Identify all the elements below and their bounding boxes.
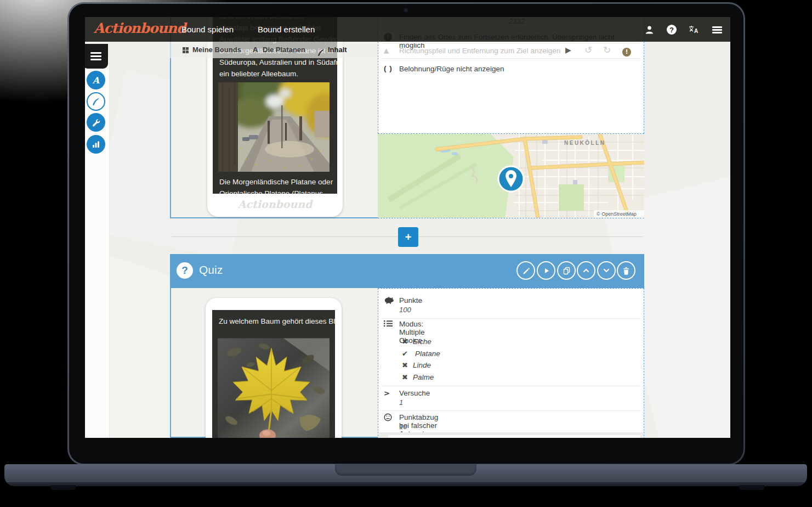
answer-input[interactable]: [388, 435, 640, 438]
phone-caption-line: Orientalische Platane (Platanus: [219, 188, 323, 194]
cross-icon: ✖: [402, 337, 408, 346]
user-icon[interactable]: [643, 23, 656, 36]
sidebar-content-button[interactable]: [87, 92, 105, 111]
warning-icon[interactable]: !: [622, 46, 631, 57]
bound-a-icon: A: [253, 42, 258, 58]
breadcrumb: Meine Bounds › A Die Platanen › Inhalt: [85, 42, 378, 58]
svg-text:A: A: [694, 28, 698, 34]
phone-text-line: Südeuropa, Australien und in Südafrika: [219, 57, 337, 68]
chevron-separator-icon: ›: [242, 42, 245, 58]
setting-label-disabled: Richtungspfeil und Entfernung zum Ziel a…: [399, 47, 560, 55]
duplicate-button[interactable]: [557, 261, 576, 280]
chevron-right-icon: >: [384, 389, 390, 397]
sidebar-toggle-button[interactable]: [85, 44, 108, 69]
quiz-option-row: ✖ Eiche: [402, 337, 408, 346]
laptop-base-notch: [335, 464, 476, 476]
redo-icon[interactable]: ↻: [603, 44, 611, 55]
breadcrumb-my-bounds[interactable]: Meine Bounds: [192, 42, 241, 58]
translate-icon[interactable]: A: [688, 23, 701, 36]
option-label: Palme: [413, 373, 434, 381]
phone-text-line: ein beliebter Alleebaum.: [219, 68, 298, 80]
quiz-section-title: Quiz: [199, 263, 223, 277]
points-value: 100: [399, 306, 411, 314]
setting-row-attempts: > Versuche 1: [384, 389, 390, 397]
attempts-label: Versuche: [399, 389, 430, 397]
menu-icon[interactable]: [711, 23, 724, 36]
phone-caption-line: Die Morgenländische Platane oder: [219, 176, 333, 188]
nav-bound-spielen[interactable]: Bound spielen: [174, 17, 241, 42]
quiz-option-row: ✔ Platane: [402, 350, 408, 358]
actionbound-logo[interactable]: Actionbound: [94, 20, 186, 36]
webcam-dot: [405, 9, 407, 12]
setting-row-points: Punkte 100: [384, 296, 394, 306]
cross-icon: ✖: [402, 361, 408, 369]
option-label: Platane: [415, 350, 440, 358]
setting-label: Belohnung/Rüge nicht anzeigen: [399, 65, 504, 73]
help-icon[interactable]: ?: [665, 23, 678, 36]
quiz-question-icon: ?: [177, 262, 193, 279]
map-green-patch: [559, 184, 584, 211]
phone-brand-embossed: Actionbound: [207, 198, 343, 210]
play-icon[interactable]: ▶: [565, 46, 571, 54]
row-divider: [382, 58, 640, 59]
setting-row-mode: Modus: Multiple Choice: [384, 320, 393, 329]
points-piggy-icon: [384, 297, 394, 306]
undo-icon[interactable]: ↺: [584, 44, 592, 55]
cross-icon: ✖: [402, 373, 408, 381]
sidebar-bound-button[interactable]: A: [87, 71, 105, 89]
option-label: Linde: [413, 361, 431, 369]
penalty-value: 10: [399, 422, 407, 431]
parentheses-icon: ( ): [384, 64, 393, 72]
edit-button[interactable]: [516, 261, 535, 280]
setting-row-penalty: Punktabzug bei falscher Antwort 10: [384, 413, 392, 423]
laptop-foot: [50, 485, 76, 490]
chevron-separator-icon: ›: [308, 42, 310, 58]
list-icon: [384, 320, 393, 329]
map-district-label: NEUKÖLLN: [564, 139, 606, 146]
quiz-section-header: ? Quiz: [170, 254, 644, 288]
attempts-value: 1: [399, 398, 403, 407]
phone-screen: Zu welchem Baum gehört dieses Blatt?: [212, 310, 335, 438]
laptop-lid: 2332 ! Finden des Ortes zum Fortsetzen e…: [67, 2, 745, 465]
breadcrumb-bound-name[interactable]: Die Platanen: [263, 42, 305, 58]
leaf-photo: [218, 334, 330, 438]
avenue-photo: [218, 82, 330, 172]
quiz-option-row: ✖ Palme: [402, 373, 408, 381]
map[interactable]: NEUKÖLLN © OpenStreetMap: [378, 133, 644, 217]
sidebar-settings-button[interactable]: [87, 113, 105, 132]
quiz-question-text: Zu welchem Baum gehört dieses Blatt?: [219, 316, 335, 327]
add-element-button[interactable]: +: [398, 227, 418, 247]
row-divider: [382, 43, 640, 43]
check-icon: ✔: [402, 350, 408, 358]
row-divider: [382, 318, 640, 319]
setting-row-reward: ( ) Belohnung/Rüge nicht anzeigen: [384, 64, 641, 72]
setting-row-direction: ▲ Richtungspfeil und Entfernung zum Ziel…: [384, 46, 576, 54]
row-divider: [382, 386, 640, 386]
move-down-button[interactable]: [597, 261, 616, 280]
sidebar-stats-button[interactable]: [87, 135, 105, 154]
option-label: Eiche: [413, 337, 431, 346]
row-divider: [382, 410, 640, 411]
laptop-base-edge: [4, 482, 807, 486]
nav-bound-erstellen[interactable]: Bound erstellen: [250, 17, 322, 42]
map-marker-icon: [498, 166, 524, 191]
sad-face-icon: [384, 415, 392, 423]
test-play-button[interactable]: [537, 261, 555, 280]
feather-icon: [317, 46, 325, 54]
grid-icon: [183, 47, 189, 53]
delete-button[interactable]: [617, 261, 635, 280]
quiz-option-row: ✖ Linde: [402, 361, 408, 369]
top-navbar: Actionbound Bound spielen Bound erstelle…: [85, 17, 730, 42]
laptop-foot: [739, 485, 764, 490]
map-attribution: © OpenStreetMap: [597, 211, 637, 217]
laptop-bezel: 2332 ! Finden des Ortes zum Fortsetzen e…: [69, 4, 743, 464]
move-up-button[interactable]: [577, 261, 595, 280]
browser-screen: 2332 ! Finden des Ortes zum Fortsetzen e…: [85, 17, 730, 438]
location-arrow-icon: ▲: [384, 47, 389, 54]
laptop-mockup: 2332 ! Finden des Ortes zum Fortsetzen e…: [0, 0, 812, 507]
phone-preview-quiz: Zu welchem Baum gehört dieses Blatt?: [206, 298, 342, 438]
points-label: Punkte: [399, 296, 422, 305]
laptop-base: [4, 464, 807, 486]
breadcrumb-content[interactable]: Inhalt: [328, 42, 347, 58]
